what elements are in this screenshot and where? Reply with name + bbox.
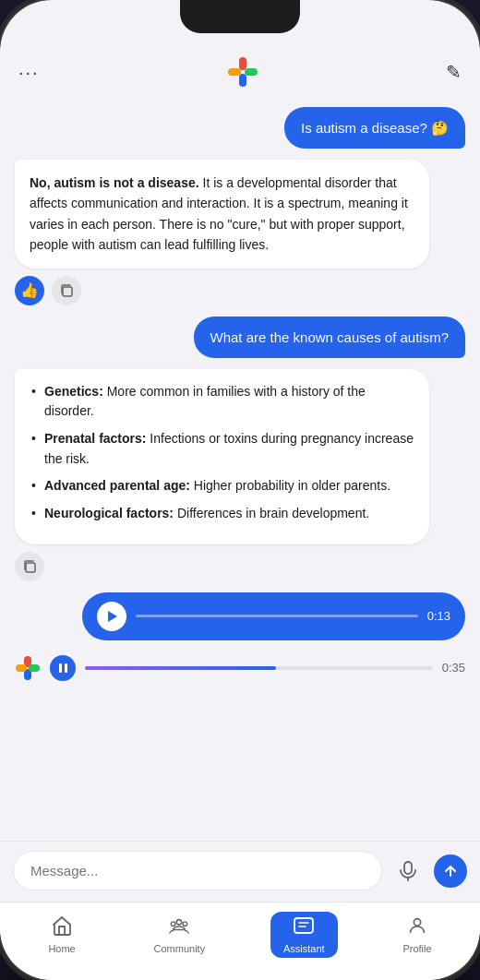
pause-icon [59,663,67,673]
play-icon [108,611,117,622]
message-input[interactable] [13,851,382,890]
audio-duration: 0:13 [427,609,450,623]
like-button[interactable]: 👍 [15,276,44,305]
copy-button[interactable] [52,276,81,305]
svg-point-12 [177,920,183,926]
input-area [0,841,480,902]
bot-audio-duration: 0:35 [442,661,465,675]
svg-point-18 [414,919,420,926]
svg-rect-9 [29,664,40,672]
svg-rect-8 [16,664,27,672]
reactions-1: 👍 [15,276,465,305]
app-logo [226,55,259,89]
play-button[interactable] [97,602,126,631]
home-label: Home [48,943,75,954]
nav-assistant[interactable]: Assistant [270,912,338,958]
logo-icon [226,55,259,89]
notch [180,0,300,33]
bot-logo-icon [15,655,41,681]
svg-rect-1 [239,74,246,87]
pause-button[interactable] [50,655,76,681]
nav-home[interactable]: Home [35,912,88,958]
bot-bubble-1: No, autism is not a disease. It is a dev… [15,160,429,269]
copy-button-2[interactable] [15,552,44,581]
svg-rect-2 [228,68,241,76]
profile-icon [406,915,428,939]
assistant-icon [293,915,315,939]
profile-label: Profile [402,943,431,954]
bot-audio-fill [85,666,276,670]
nav-profile[interactable]: Profile [390,912,444,958]
bot-bubble-2: Genetics: More common in families with a… [15,369,429,544]
chat-area: Is autism a disease? 🤔 No, autism is not… [0,100,480,841]
send-button[interactable] [434,855,467,888]
mic-button[interactable] [391,855,425,888]
svg-point-13 [172,922,176,926]
audio-message-user: 0:13 [15,592,465,640]
bot-audio-progress[interactable] [85,666,433,670]
reactions-2 [15,552,465,581]
audio-player-user[interactable]: 0:13 [82,592,465,640]
bottom-nav: Home Community [0,902,480,980]
more-options-button[interactable]: ··· [18,62,40,83]
user-bubble-1: Is autism a disease? 🤔 [284,107,465,149]
app-header: ··· ✎ [0,48,480,100]
user-message-2: What are the known causes of autism? [15,317,465,358]
svg-rect-4 [63,287,72,296]
user-message-1: Is autism a disease? 🤔 [15,107,465,149]
svg-rect-5 [26,563,35,572]
svg-rect-10 [404,862,412,874]
nav-community[interactable]: Community [141,912,219,958]
edit-button[interactable]: ✎ [446,61,462,83]
svg-rect-3 [245,68,258,76]
phone-frame: ··· ✎ Is autism a disease? 🤔 [0,0,480,980]
community-label: Community [154,943,206,954]
user-bubble-2: What are the known causes of autism? [194,317,465,358]
bot-message-2: Genetics: More common in families with a… [15,369,465,581]
bot-message-1: No, autism is not a disease. It is a dev… [15,160,465,305]
svg-rect-15 [294,918,313,933]
svg-point-14 [183,922,187,926]
svg-rect-0 [239,57,246,70]
home-icon [51,915,73,939]
audio-progress-bar[interactable] [136,615,417,617]
community-icon [168,915,190,939]
audio-player-bot: 0:35 [15,651,465,685]
assistant-label: Assistant [283,943,325,954]
